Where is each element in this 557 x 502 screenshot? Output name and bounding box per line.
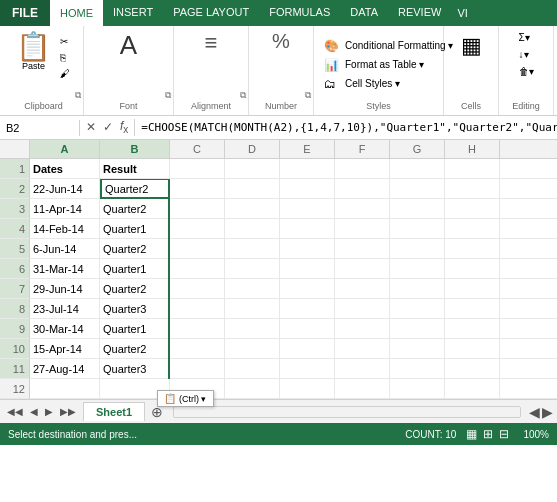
tab-data[interactable]: DATA — [340, 0, 388, 26]
row-header-11[interactable]: 11 — [0, 359, 30, 379]
grid-cell[interactable] — [445, 259, 500, 279]
grid-cell[interactable]: Quarter3 — [100, 299, 170, 319]
grid-cell[interactable] — [280, 319, 335, 339]
grid-cell[interactable]: Quarter2 — [100, 339, 170, 359]
grid-cell[interactable]: Quarter2 — [100, 279, 170, 299]
grid-cell[interactable] — [225, 339, 280, 359]
normal-view-icon[interactable]: ▦ — [466, 427, 477, 441]
col-header-e[interactable]: E — [280, 140, 335, 158]
grid-cell[interactable] — [335, 359, 390, 379]
grid-cell[interactable]: 15-Apr-14 — [30, 339, 100, 359]
sheet-tab-1[interactable]: Sheet1 — [83, 402, 145, 421]
grid-cell[interactable] — [225, 219, 280, 239]
grid-cell[interactable] — [280, 239, 335, 259]
grid-cell[interactable] — [390, 379, 445, 399]
grid-cell[interactable] — [445, 279, 500, 299]
row-header-8[interactable]: 8 — [0, 299, 30, 319]
grid-cell[interactable] — [225, 299, 280, 319]
grid-cell[interactable] — [390, 159, 445, 179]
grid-cell[interactable]: 23-Jul-14 — [30, 299, 100, 319]
grid-cell[interactable] — [280, 199, 335, 219]
page-layout-icon[interactable]: ⊞ — [483, 427, 493, 441]
grid-cell[interactable] — [280, 379, 335, 399]
grid-cell[interactable] — [280, 339, 335, 359]
grid-cell[interactable] — [390, 219, 445, 239]
grid-cell[interactable] — [335, 259, 390, 279]
grid-cell[interactable] — [280, 279, 335, 299]
grid-cell[interactable] — [170, 339, 225, 359]
grid-cell[interactable] — [170, 319, 225, 339]
grid-cell[interactable] — [335, 199, 390, 219]
grid-cell[interactable] — [445, 199, 500, 219]
grid-cell[interactable] — [390, 259, 445, 279]
grid-cell[interactable] — [170, 359, 225, 379]
tab-file[interactable]: FILE — [0, 0, 50, 26]
grid-cell[interactable] — [335, 239, 390, 259]
grid-cell[interactable] — [445, 179, 500, 199]
tab-insert[interactable]: INSERT — [103, 0, 163, 26]
grid-cell[interactable]: Result — [100, 159, 170, 179]
grid-cell[interactable] — [170, 259, 225, 279]
grid-cell[interactable]: 29-Jun-14 — [30, 279, 100, 299]
paste-options-popup[interactable]: 📋(Ctrl) ▾ — [157, 390, 214, 407]
grid-cell[interactable] — [445, 359, 500, 379]
grid-cell[interactable] — [445, 239, 500, 259]
col-header-a[interactable]: A — [30, 140, 100, 158]
tab-formulas[interactable]: FORMULAS — [259, 0, 340, 26]
grid-cell[interactable] — [445, 339, 500, 359]
grid-cell[interactable] — [335, 379, 390, 399]
grid-cell[interactable]: Quarter1 — [100, 219, 170, 239]
grid-cell[interactable]: Quarter2 — [100, 179, 170, 199]
grid-cell[interactable] — [335, 179, 390, 199]
grid-cell[interactable] — [225, 239, 280, 259]
grid-cell[interactable] — [30, 379, 100, 399]
alignment-dialog-launcher[interactable]: ⧉ — [240, 90, 246, 101]
col-header-g[interactable]: G — [390, 140, 445, 158]
grid-cell[interactable] — [390, 239, 445, 259]
grid-cell[interactable] — [335, 319, 390, 339]
sheet-nav-next[interactable]: ▶ — [42, 404, 56, 419]
grid-cell[interactable] — [335, 279, 390, 299]
row-header-1[interactable]: 1 — [0, 159, 30, 179]
grid-cell[interactable]: 14-Feb-14 — [30, 219, 100, 239]
autosum-button[interactable]: Σ▾ — [515, 30, 538, 45]
format-painter-button[interactable]: 🖌 — [56, 66, 74, 81]
clear-button[interactable]: 🗑▾ — [515, 64, 538, 79]
grid-cell[interactable]: Quarter3 — [100, 359, 170, 379]
grid-cell[interactable] — [170, 239, 225, 259]
grid-cell[interactable] — [225, 199, 280, 219]
cut-button[interactable]: ✂ — [56, 34, 74, 49]
grid-cell[interactable]: Quarter2 — [100, 239, 170, 259]
row-header-3[interactable]: 3 — [0, 199, 30, 219]
grid-cell[interactable]: Dates — [30, 159, 100, 179]
copy-button[interactable]: ⎘ — [56, 50, 74, 65]
grid-cell[interactable] — [170, 179, 225, 199]
grid-cell[interactable] — [445, 219, 500, 239]
grid-cell[interactable] — [390, 359, 445, 379]
grid-cell[interactable] — [335, 159, 390, 179]
row-header-6[interactable]: 6 — [0, 259, 30, 279]
cells-button[interactable]: ▦ — [455, 30, 488, 62]
format-as-table-button[interactable]: 📊 Format as Table ▾ — [320, 56, 457, 74]
col-header-f[interactable]: F — [335, 140, 390, 158]
row-header-4[interactable]: 4 — [0, 219, 30, 239]
row-header-12[interactable]: 12 — [0, 379, 30, 399]
grid-cell[interactable] — [390, 179, 445, 199]
grid-cell[interactable] — [335, 219, 390, 239]
col-header-d[interactable]: D — [225, 140, 280, 158]
cell-styles-button[interactable]: 🗂 Cell Styles ▾ — [320, 75, 457, 93]
grid-cell[interactable] — [280, 179, 335, 199]
grid-cell[interactable]: 31-Mar-14 — [30, 259, 100, 279]
grid-cell[interactable]: 11-Apr-14 — [30, 199, 100, 219]
grid-cell[interactable] — [170, 219, 225, 239]
grid-cell[interactable] — [335, 299, 390, 319]
grid-cell[interactable]: Quarter1 — [100, 319, 170, 339]
grid-cell[interactable] — [445, 379, 500, 399]
clipboard-dialog-launcher[interactable]: ⧉ — [75, 90, 81, 101]
grid-cell[interactable] — [170, 279, 225, 299]
grid-cell[interactable] — [225, 319, 280, 339]
insert-function-button[interactable]: fx — [118, 118, 130, 136]
grid-cell[interactable]: Quarter1 — [100, 259, 170, 279]
row-header-10[interactable]: 10 — [0, 339, 30, 359]
scroll-left-btn[interactable]: ◀ — [529, 404, 540, 420]
